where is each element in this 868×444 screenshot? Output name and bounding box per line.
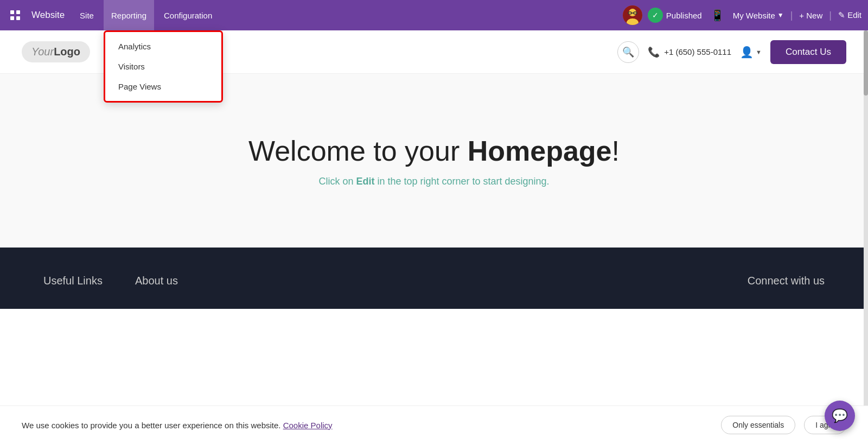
scroll-thumb[interactable] xyxy=(864,30,868,96)
edit-button[interactable]: ✎ Edit xyxy=(838,10,861,20)
footer-col-heading-connect: Connect with us xyxy=(748,275,825,287)
dropdown-item-page-views[interactable]: Page Views xyxy=(105,77,221,97)
phone-number[interactable]: +1 (650) 555-0111 xyxy=(664,47,731,56)
nav-separator-2: | xyxy=(829,10,832,21)
footer-col-heading-about-us: About us xyxy=(135,275,178,287)
svg-rect-3 xyxy=(16,16,20,20)
logo-area: YourLogo xyxy=(22,41,90,62)
search-icon: 🔍 xyxy=(622,46,634,58)
reporting-dropdown: Analytics Visitors Page Views xyxy=(104,30,223,103)
user-icon-button[interactable]: 👤 ▼ xyxy=(740,46,762,59)
logo-text: Logo xyxy=(54,46,80,58)
footer-col-useful-links: Useful Links xyxy=(43,275,103,293)
footer-col-heading-useful-links: Useful Links xyxy=(43,275,103,287)
phone-icon: 📞 xyxy=(648,46,660,58)
chevron-down-icon: ▼ xyxy=(777,11,784,19)
footer: Useful Links About us Connect with us xyxy=(0,248,868,309)
my-website-button[interactable]: My Website ▼ xyxy=(733,11,784,20)
top-navigation: Website Site Reporting Analytics Visitor… xyxy=(0,0,868,30)
dropdown-item-visitors[interactable]: Visitors xyxy=(105,56,221,77)
main-title: Welcome to your Homepage! xyxy=(248,135,620,167)
nav-brand[interactable]: Website xyxy=(26,10,70,21)
published-check-icon: ✓ xyxy=(648,8,663,23)
nav-left: Website Site Reporting Analytics Visitor… xyxy=(7,0,623,30)
header-right: 🔍 📞 +1 (650) 555-0111 👤 ▼ Contact Us xyxy=(617,40,846,64)
logo-your: Your xyxy=(31,46,54,58)
contact-us-button[interactable]: Contact Us xyxy=(770,40,846,64)
phone-area: 📞 +1 (650) 555-0111 xyxy=(648,46,731,58)
mobile-icon[interactable]: 📱 xyxy=(707,9,727,22)
svg-rect-0 xyxy=(10,10,14,14)
footer-col-about-us: About us xyxy=(135,275,178,293)
main-subtitle: Click on Edit in the top right corner to… xyxy=(318,176,549,187)
nav-separator: | xyxy=(790,10,793,21)
user-icon: 👤 xyxy=(740,46,754,59)
grid-icon[interactable] xyxy=(7,7,24,24)
user-chevron-icon: ▼ xyxy=(756,49,762,55)
nav-item-site[interactable]: Site xyxy=(72,0,101,30)
svg-rect-2 xyxy=(10,16,14,20)
svg-rect-1 xyxy=(16,10,20,14)
nav-item-configuration[interactable]: Configuration xyxy=(156,0,220,30)
search-button[interactable]: 🔍 xyxy=(617,41,639,63)
published-button[interactable]: ✓ Published xyxy=(648,8,702,23)
new-button[interactable]: + New xyxy=(799,11,822,20)
logo[interactable]: YourLogo xyxy=(22,41,90,62)
edit-highlight: Edit xyxy=(356,176,374,187)
scroll-track[interactable] xyxy=(864,30,868,309)
dropdown-item-analytics[interactable]: Analytics xyxy=(105,36,221,56)
nav-item-reporting[interactable]: Reporting Analytics Visitors Page Views xyxy=(104,0,154,30)
nav-right: ✓ Published 📱 My Website ▼ | + New | ✎ E… xyxy=(623,5,861,25)
svg-point-5 xyxy=(629,9,636,16)
footer-col-connect: Connect with us xyxy=(748,275,825,293)
avatar[interactable] xyxy=(623,5,642,25)
